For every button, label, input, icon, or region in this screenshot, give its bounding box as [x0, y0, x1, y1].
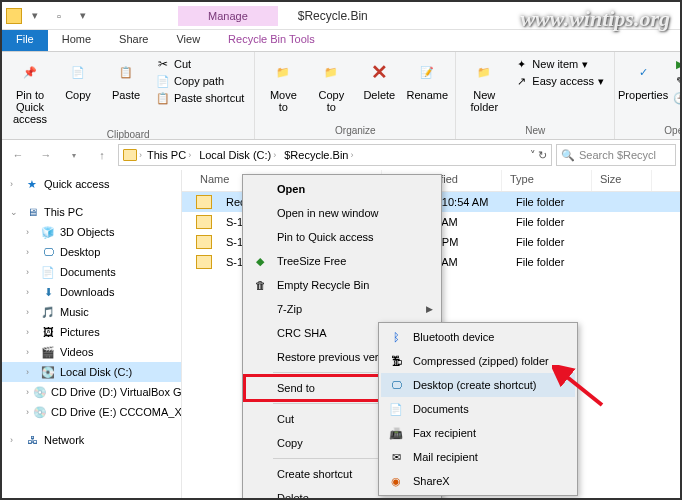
- paste-shortcut-icon: 📋: [156, 91, 170, 105]
- fax-icon: 📠: [387, 425, 405, 441]
- move-to-button[interactable]: 📁Move to: [261, 54, 305, 117]
- qat-dropdown[interactable]: ▾: [72, 5, 94, 27]
- refresh-button[interactable]: ↻: [538, 149, 547, 162]
- pc-icon: 🖥: [24, 204, 40, 220]
- menu-7zip[interactable]: 7-Zip▶: [245, 297, 439, 321]
- copy-path-button[interactable]: 📄Copy path: [152, 73, 248, 89]
- nav-3d-objects[interactable]: ›🧊3D Objects: [2, 222, 181, 242]
- properties-icon: ✓: [629, 58, 657, 86]
- crumb-this-pc[interactable]: This PC›: [144, 149, 194, 161]
- music-icon: 🎵: [40, 304, 56, 320]
- menu-empty-recycle[interactable]: 🗑Empty Recycle Bin: [245, 273, 439, 297]
- ribbon-label-organize: Organize: [261, 125, 449, 137]
- folder-icon: [196, 235, 212, 249]
- new-item-button[interactable]: ✦New item ▾: [510, 56, 608, 72]
- easy-access-icon: ↗: [514, 74, 528, 88]
- back-button[interactable]: ←: [6, 143, 30, 167]
- quick-access-toolbar: ▾ ▫ ▾: [2, 5, 98, 27]
- submenu-compressed[interactable]: 🗜Compressed (zipped) folder: [381, 349, 575, 373]
- header-size[interactable]: Size: [592, 170, 652, 191]
- new-folder-button[interactable]: 📁New folder: [462, 54, 506, 117]
- paste-shortcut-button[interactable]: 📋Paste shortcut: [152, 90, 248, 106]
- videos-icon: 🎬: [40, 344, 56, 360]
- ribbon-label-clipboard: Clipboard: [8, 129, 248, 141]
- nav-music[interactable]: ›🎵Music: [2, 302, 181, 322]
- nav-downloads[interactable]: ›⬇Downloads: [2, 282, 181, 302]
- tab-home[interactable]: Home: [48, 30, 105, 51]
- content-pane: Name Date modified Type Size Recycle Bin…: [182, 170, 680, 498]
- tab-file[interactable]: File: [2, 30, 48, 51]
- folder-icon: [196, 215, 212, 229]
- rename-icon: 📝: [413, 58, 441, 86]
- pin-to-quick-access-button[interactable]: 📌Pin to Quick access: [8, 54, 52, 129]
- copy-to-button[interactable]: 📁Copy to: [309, 54, 353, 117]
- submenu-mail[interactable]: ✉Mail recipient: [381, 445, 575, 469]
- ribbon: 📌Pin to Quick access 📄Copy 📋Paste ✂Cut 📄…: [2, 52, 680, 140]
- history-button[interactable]: 🕘History: [669, 90, 682, 106]
- network-icon: 🖧: [24, 432, 40, 448]
- address-bar[interactable]: › This PC› Local Disk (C:)› $Recycle.Bin…: [118, 144, 552, 166]
- nav-cd-drive-d[interactable]: ›💿CD Drive (D:) VirtualBox Guest A: [2, 382, 181, 402]
- recent-button[interactable]: ▾: [62, 143, 86, 167]
- submenu-bluetooth[interactable]: ᛒBluetooth device: [381, 325, 575, 349]
- pin-icon: 📌: [16, 58, 44, 86]
- search-input[interactable]: 🔍 Search $Recycl: [556, 144, 676, 166]
- up-button[interactable]: ↑: [90, 143, 114, 167]
- ribbon-group-organize: 📁Move to 📁Copy to ✕Delete 📝Rename Organi…: [255, 52, 456, 139]
- forward-button[interactable]: →: [34, 143, 58, 167]
- sharex-icon: ◉: [387, 473, 405, 489]
- nav-desktop[interactable]: ›🖵Desktop: [2, 242, 181, 262]
- ribbon-group-open: ✓Properties ▶Open ▾ ✎Edit 🕘History Open: [615, 52, 682, 139]
- context-tab-manage[interactable]: Manage: [178, 6, 278, 26]
- copy-button[interactable]: 📄Copy: [56, 54, 100, 105]
- submenu-desktop-shortcut[interactable]: 🖵Desktop (create shortcut): [381, 373, 575, 397]
- nav-cd-drive-e[interactable]: ›💿CD Drive (E:) CCCOMA_X64FRE_: [2, 402, 181, 422]
- send-to-submenu: ᛒBluetooth device 🗜Compressed (zipped) f…: [378, 322, 578, 496]
- menu-open[interactable]: Open: [245, 177, 439, 201]
- submenu-sharex[interactable]: ◉ShareX: [381, 469, 575, 493]
- scissors-icon: ✂: [156, 57, 170, 71]
- delete-button[interactable]: ✕Delete: [357, 54, 401, 105]
- open-button[interactable]: ▶Open ▾: [669, 56, 682, 72]
- edit-icon: ✎: [673, 74, 682, 88]
- paste-button[interactable]: 📋Paste: [104, 54, 148, 105]
- crumb-recycle-bin[interactable]: $Recycle.Bin›: [281, 149, 356, 161]
- tab-recycle-bin-tools[interactable]: Recycle Bin Tools: [214, 30, 329, 51]
- pictures-icon: 🖼: [40, 324, 56, 340]
- ribbon-group-clipboard: 📌Pin to Quick access 📄Copy 📋Paste ✂Cut 📄…: [2, 52, 255, 139]
- header-type[interactable]: Type: [502, 170, 592, 191]
- nav-quick-access[interactable]: ›★Quick access: [2, 174, 181, 194]
- address-dropdown[interactable]: ˅: [530, 149, 536, 162]
- menu-open-new-window[interactable]: Open in new window: [245, 201, 439, 225]
- folder-icon: [123, 149, 137, 161]
- delete-icon: ✕: [365, 58, 393, 86]
- cut-button[interactable]: ✂Cut: [152, 56, 248, 72]
- nav-pictures[interactable]: ›🖼Pictures: [2, 322, 181, 342]
- downloads-icon: ⬇: [40, 284, 56, 300]
- qat-customize[interactable]: ▾: [24, 5, 46, 27]
- nav-network[interactable]: ›🖧Network: [2, 430, 181, 450]
- edit-button[interactable]: ✎Edit: [669, 73, 682, 89]
- cd-icon: 💿: [33, 384, 47, 400]
- cd-icon: 💿: [33, 404, 47, 420]
- properties-button[interactable]: ✓Properties: [621, 54, 665, 105]
- nav-documents[interactable]: ›📄Documents: [2, 262, 181, 282]
- submenu-documents[interactable]: 📄Documents: [381, 397, 575, 421]
- rename-button[interactable]: 📝Rename: [405, 54, 449, 105]
- nav-videos[interactable]: ›🎬Videos: [2, 342, 181, 362]
- nav-local-disk[interactable]: ›💽Local Disk (C:): [2, 362, 181, 382]
- folder-icon: [196, 195, 212, 209]
- address-row: ← → ▾ ↑ › This PC› Local Disk (C:)› $Rec…: [2, 140, 680, 170]
- tab-view[interactable]: View: [162, 30, 214, 51]
- desktop-icon: 🖵: [40, 244, 56, 260]
- ribbon-group-new: 📁New folder ✦New item ▾ ↗Easy access ▾ N…: [456, 52, 615, 139]
- qat-properties[interactable]: ▫: [48, 5, 70, 27]
- drive-icon: 💽: [40, 364, 56, 380]
- menu-treesize[interactable]: ◆TreeSize Free: [245, 249, 439, 273]
- submenu-fax[interactable]: 📠Fax recipient: [381, 421, 575, 445]
- menu-pin-quick-access[interactable]: Pin to Quick access: [245, 225, 439, 249]
- easy-access-button[interactable]: ↗Easy access ▾: [510, 73, 608, 89]
- tab-share[interactable]: Share: [105, 30, 162, 51]
- crumb-local-disk[interactable]: Local Disk (C:)›: [196, 149, 279, 161]
- nav-this-pc[interactable]: ⌄🖥This PC: [2, 202, 181, 222]
